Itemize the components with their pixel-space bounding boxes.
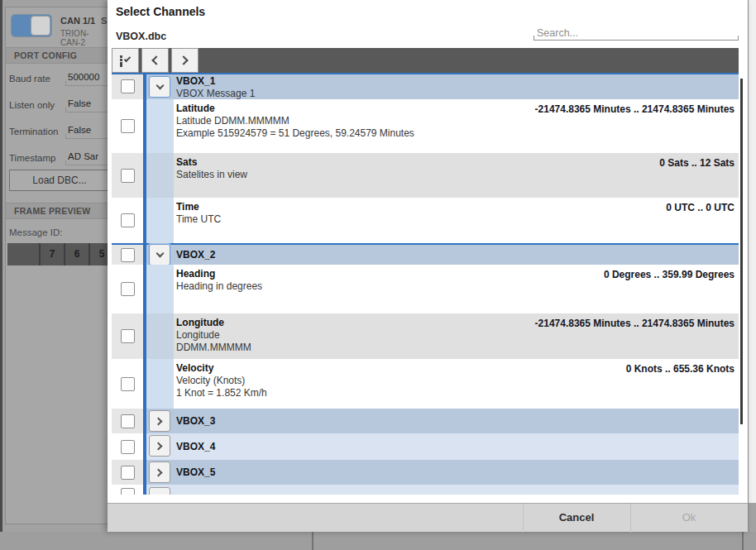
dbc-file-name: VBOX.dbc bbox=[116, 31, 166, 42]
channel-row-velocity[interactable]: Velocity Velocity (Knots) 1 Knot = 1.852… bbox=[112, 359, 739, 409]
chevron-right-icon bbox=[155, 468, 163, 476]
channel-desc: Latitude DDMM.MMMMM bbox=[176, 115, 734, 127]
message-id-label: Message ID: bbox=[9, 227, 63, 237]
cancel-button[interactable]: Cancel bbox=[523, 504, 630, 533]
row-checkbox[interactable] bbox=[121, 466, 135, 480]
scrollbar-thumb[interactable] bbox=[740, 79, 743, 424]
frame-preview-header: FRAME PREVIEW bbox=[6, 203, 108, 219]
channel-row-latitude[interactable]: Latitude Latitude DDMM.MMMMM Example 515… bbox=[112, 99, 739, 153]
channel-range: 0 UTC .. 0 UTC bbox=[666, 202, 734, 213]
channel-range: 0 Knots .. 655.36 Knots bbox=[626, 363, 734, 375]
channel-desc: Example 515924579 = 51 Degrees, 59.24579… bbox=[176, 127, 734, 140]
board-name: TRION-CAN-2 bbox=[60, 29, 108, 47]
row-checkbox[interactable] bbox=[121, 119, 135, 133]
clipped-column-label: S bbox=[101, 16, 107, 26]
channel-desc: 1 Knot = 1.852 Km/h bbox=[176, 387, 734, 399]
group-row-vbox5[interactable]: VBOX_5 bbox=[112, 460, 739, 485]
row-checkbox[interactable] bbox=[121, 213, 135, 227]
group-row-vbox2[interactable]: VBOX_2 bbox=[112, 243, 739, 265]
channel-range: -21474.8365 Minutes .. 21474.8365 Minute… bbox=[535, 318, 734, 329]
channel-desc: DDMM.MMMMM bbox=[176, 342, 734, 354]
baudrate-label: Baud rate bbox=[9, 74, 50, 84]
group-row-vbox1[interactable]: VBOX_1 VBOX Message 1 bbox=[112, 73, 739, 99]
channel-desc: Longitude bbox=[176, 329, 734, 342]
bit-cell-5: 5 bbox=[90, 243, 108, 265]
channel-name: CAN 1/1 bbox=[60, 16, 95, 26]
expander-button[interactable] bbox=[149, 410, 170, 432]
channel-desc: Velocity (Knots) bbox=[176, 375, 734, 387]
bit-cell-blank bbox=[7, 243, 41, 265]
app-right-strip bbox=[749, 0, 756, 503]
dialog-footer: Cancel Ok bbox=[108, 503, 748, 532]
search-field bbox=[534, 25, 739, 41]
baudrate-value[interactable]: 500000 bbox=[65, 71, 108, 86]
port-config-header: PORT CONFIG bbox=[6, 47, 108, 64]
select-all-button[interactable] bbox=[112, 48, 139, 73]
ok-button[interactable]: Ok bbox=[630, 504, 748, 533]
channel-enable-toggle[interactable] bbox=[11, 14, 52, 37]
channel-row-heading[interactable]: Heading Heading in degrees 0 Degrees .. … bbox=[112, 265, 739, 313]
list-check-icon bbox=[119, 55, 132, 66]
listenonly-label: Listen only bbox=[9, 100, 55, 110]
expander-button[interactable] bbox=[149, 435, 170, 457]
group-spine-line bbox=[143, 73, 146, 495]
channel-tree: VBOX_1 VBOX Message 1 Latitude Latitude … bbox=[112, 73, 739, 495]
row-checkbox[interactable] bbox=[121, 377, 135, 391]
channel-range: 0 Sats .. 12 Sats bbox=[659, 157, 734, 169]
expand-all-button[interactable] bbox=[171, 48, 199, 73]
group-row-clipped[interactable] bbox=[112, 485, 739, 495]
row-checkbox[interactable] bbox=[121, 488, 135, 495]
scrollbar-track[interactable] bbox=[739, 73, 748, 495]
chevron-down-icon bbox=[156, 82, 164, 90]
row-checkbox[interactable] bbox=[121, 414, 135, 428]
chevron-left-icon bbox=[151, 55, 160, 65]
channel-row-longitude[interactable]: Longitude Longitude DDMM.MMMMM -21474.83… bbox=[112, 313, 739, 359]
row-checkbox[interactable] bbox=[121, 329, 135, 343]
timestamp-value[interactable]: AD Sar bbox=[65, 151, 108, 165]
bottom-divider-2 bbox=[742, 532, 744, 550]
collapse-all-button[interactable] bbox=[141, 48, 169, 73]
channel-desc: Satelites in view bbox=[176, 169, 734, 181]
row-checkbox[interactable] bbox=[121, 282, 135, 296]
dialog-title: Select Channels bbox=[116, 5, 205, 18]
load-dbc-button[interactable]: Load DBC... bbox=[9, 170, 108, 191]
app-window: CAN 1/1 S TRION-CAN-2 PORT CONFIG Baud r… bbox=[0, 0, 756, 550]
row-checkbox[interactable] bbox=[121, 169, 135, 183]
channel-desc: Heading in degrees bbox=[176, 280, 734, 293]
row-checkbox[interactable] bbox=[121, 248, 135, 262]
bottom-divider-1 bbox=[312, 532, 313, 550]
row-checkbox[interactable] bbox=[121, 440, 135, 454]
search-input[interactable] bbox=[534, 26, 739, 41]
channel-desc: Time UTC bbox=[176, 213, 734, 226]
row-checkbox[interactable] bbox=[121, 79, 135, 93]
group-row-vbox4[interactable]: VBOX_4 bbox=[112, 433, 739, 460]
channel-list-toolbar bbox=[112, 48, 739, 73]
expander-button[interactable] bbox=[149, 76, 170, 98]
expander-button[interactable] bbox=[149, 244, 170, 265]
toggle-knob bbox=[31, 16, 50, 36]
expander-button[interactable] bbox=[149, 487, 170, 495]
termination-label: Termination bbox=[9, 127, 58, 136]
termination-value[interactable]: False bbox=[65, 124, 108, 139]
listenonly-value[interactable]: False bbox=[65, 98, 108, 112]
window-left-edge bbox=[0, 0, 2, 550]
group-row-vbox3[interactable]: VBOX_3 bbox=[112, 409, 739, 433]
bit-cell-7: 7 bbox=[41, 243, 65, 265]
channel-row-time[interactable]: Time Time UTC 0 UTC .. 0 UTC bbox=[112, 198, 739, 243]
channel-name: Time bbox=[176, 201, 734, 213]
can-config-sidebar: CAN 1/1 S TRION-CAN-2 PORT CONFIG Baud r… bbox=[5, 7, 108, 524]
channel-name: Sats bbox=[176, 156, 734, 169]
bitfield-header: 7 6 5 bbox=[7, 243, 108, 265]
group-name: VBOX_2 bbox=[176, 249, 734, 261]
group-name: VBOX_3 bbox=[176, 415, 734, 428]
group-name: VBOX_5 bbox=[176, 466, 734, 479]
channel-range: 0 Degrees .. 359.99 Degrees bbox=[604, 269, 734, 280]
chevron-right-icon bbox=[155, 417, 163, 425]
group-subtitle: VBOX Message 1 bbox=[176, 88, 734, 99]
channel-row-sats[interactable]: Sats Satelites in view 0 Sats .. 12 Sats bbox=[112, 153, 739, 198]
select-channels-dialog: Select Channels VBOX.dbc bbox=[108, 0, 749, 532]
chevron-right-icon bbox=[155, 442, 163, 450]
chevron-down-icon bbox=[156, 250, 164, 258]
expander-button[interactable] bbox=[149, 462, 170, 483]
group-name: VBOX_1 bbox=[176, 75, 734, 88]
